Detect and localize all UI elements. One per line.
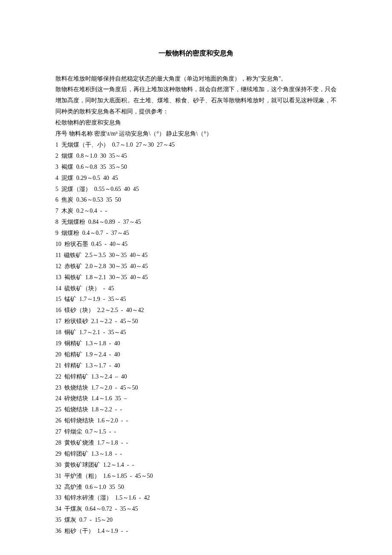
- table-body: 1 无烟煤（干、小） 0.7～1.0 27～30 27～452 烟煤 0.8～1…: [55, 139, 337, 537]
- table-row: 13 褐铁矿 1.8～2.1 30～35 40～45: [55, 272, 337, 283]
- table-row: 32 高炉渣 0.6～1.0 35 50: [55, 482, 337, 493]
- table-row: 1 无烟煤（干、小） 0.7～1.0 27～30 27～45: [55, 139, 337, 150]
- col-name: 物料名称: [69, 130, 93, 137]
- table-row: 7 木炭 0.2～0.4 - -: [55, 205, 337, 217]
- col-index: 序号: [55, 130, 67, 137]
- table-row: 18 铜矿 1.7～2.1 - 35～45: [55, 327, 337, 338]
- table-row: 11 磁铁矿 2.5～3.5 30～35 40～45: [55, 250, 337, 261]
- table-row: 28 黄铁矿烧渣 1.7～1.8 - -: [55, 437, 337, 448]
- table-row: 3 褐煤 0.6～0.8 35 35～50: [55, 162, 337, 173]
- table-row: 21 锌精矿 1.3～1.7 - 40: [55, 360, 337, 371]
- table-row: 33 铅锌水碎渣（湿） 1.5～1.6 - 42: [55, 492, 337, 503]
- section-label: 松散物料的密度和安息角: [55, 117, 337, 128]
- table-row: 27 锌烟尘 0.7～1.5 - -: [55, 426, 337, 437]
- table-row: 31 平炉渣（粗） 1.6～1.85 - 45～50: [55, 471, 337, 482]
- intro-paragraph-2: 散物料在堆积到这一角度后，再往上堆加这种散物料，就会自然溜下，继续堆加，这个角度…: [55, 84, 337, 117]
- table-header: 序号 物料名称 密度\t/m³ 运动安息角\（°） 静止安息角\（°）: [55, 128, 337, 139]
- table-row: 25 铅烧结块 1.8～2.2 - -: [55, 404, 337, 415]
- col-static-angle: 静止安息角\（°）: [166, 130, 212, 137]
- table-row: 9 烟煤粉 0.4～0.7 - 37～45: [55, 228, 337, 239]
- col-moving-angle: 运动安息角\（°）: [119, 130, 165, 137]
- table-row: 15 锰矿 1.7～1.9 - 35～45: [55, 294, 337, 305]
- table-row: 30 黄铁矿球团矿 1.2～1.4 - -: [55, 460, 337, 471]
- table-row: 23 铁烧结块 1.7～2.0 - 45～50: [55, 382, 337, 393]
- table-row: 36 粗砂（干） 1.4～1.9 - -: [55, 526, 337, 537]
- table-row: 6 焦炭 0.36～0.53 35 50: [55, 194, 337, 205]
- table-row: 12 赤铁矿 2.0～2.8 30～35 40～45: [55, 261, 337, 272]
- table-row: 24 碎烧结块 1.4～1.6 35 –: [55, 393, 337, 404]
- table-row: 22 铅锌精矿 1.3～2.4 – 40: [55, 371, 337, 382]
- table-row: 29 铅锌团矿 1.3～1.8 - -: [55, 448, 337, 460]
- intro-block: 散料在堆放时能够保持自然稳定状态的最大角度（单边对地面的角度），称为"安息角"。…: [55, 73, 337, 128]
- table-row: 14 硫铁矿（块） - 45: [55, 283, 337, 294]
- table-row: 34 干煤灰 0.64～0.72 - 35～45: [55, 503, 337, 515]
- table-row: 26 铅锌烧结块 1.6～2.0 - -: [55, 415, 337, 426]
- intro-paragraph-1: 散料在堆放时能够保持自然稳定状态的最大角度（单边对地面的角度），称为"安息角"。: [55, 73, 337, 84]
- table-row: 8 无烟煤粉 0.84～0.89 - 37～45: [55, 217, 337, 228]
- page-title: 一般物料的密度和安息角: [55, 47, 337, 60]
- table-row: 16 镁砂（块） 2.2～2.5 - 40～42: [55, 305, 337, 316]
- table-row: 10 粉状石墨 0.45 - 40～45: [55, 239, 337, 250]
- table-row: 2 烟煤 0.8～1.0 30 35～45: [55, 150, 337, 162]
- table-row: 4 泥煤 0.29～0.5 40 45: [55, 173, 337, 184]
- table-row: 17 粉状镁砂 2.1～2.2 - 45～50: [55, 316, 337, 327]
- table-row: 5 泥煤（湿） 0.55～0.65 40 45: [55, 184, 337, 195]
- col-density: 密度\t/m³: [94, 130, 118, 137]
- table-row: 35 煤灰 0.7 - 15～20: [55, 515, 337, 526]
- table-row: 19 铜精矿 1.3～1.8 - 40: [55, 338, 337, 349]
- table-row: 20 铅精矿 1.9～2.4 - 40: [55, 349, 337, 360]
